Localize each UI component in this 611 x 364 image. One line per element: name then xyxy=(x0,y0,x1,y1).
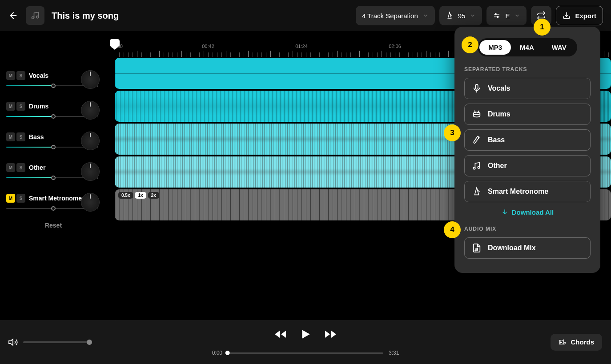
back-button[interactable] xyxy=(8,10,19,21)
format-option-wav[interactable]: WAV xyxy=(543,40,575,55)
chords-label: Chords xyxy=(571,338,595,346)
button-label: Smart Metronome xyxy=(488,188,548,196)
mute-button[interactable]: M xyxy=(6,194,15,203)
track-row-drums: M S Drums L R xyxy=(6,102,100,118)
audio-mix-label: AUDIO MIX xyxy=(464,226,591,232)
svg-point-1 xyxy=(32,17,34,19)
forward-button[interactable] xyxy=(324,329,337,340)
mute-button[interactable]: M xyxy=(6,132,15,141)
svg-point-15 xyxy=(473,167,475,169)
microphone-icon xyxy=(472,84,482,93)
tempo-value: 95 xyxy=(458,12,466,20)
svg-marker-22 xyxy=(275,331,280,338)
svg-marker-25 xyxy=(325,331,330,338)
download-bass-button[interactable]: Bass xyxy=(464,129,591,151)
tracks-sidebar: M S Vocals L R M S Drums L R xyxy=(0,31,107,320)
speed-option[interactable]: 0.5x xyxy=(118,192,133,199)
track-row-metronome: M S Smart Metronome L R xyxy=(6,194,100,210)
play-button[interactable] xyxy=(300,328,311,340)
page-title: This is my song xyxy=(52,11,349,21)
mute-button[interactable]: M xyxy=(6,163,15,172)
pan-knob[interactable] xyxy=(81,70,100,89)
fast-forward-icon xyxy=(324,329,337,340)
drums-icon xyxy=(472,109,482,119)
callout-badge-2: 2 xyxy=(462,36,478,53)
song-icon xyxy=(26,6,44,25)
volume-slider[interactable] xyxy=(6,116,84,117)
solo-button[interactable]: S xyxy=(16,102,25,111)
music-note-icon xyxy=(31,11,40,20)
svg-point-11 xyxy=(474,112,480,114)
download-other-button[interactable]: Other xyxy=(464,155,591,176)
track-row-other: M S Other L R xyxy=(6,163,100,180)
key-dropdown[interactable]: E xyxy=(486,6,527,25)
speed-selector: 0.5x 1x 2x xyxy=(118,192,159,199)
sliders-icon xyxy=(493,12,501,20)
solo-button[interactable]: S xyxy=(16,163,25,172)
volume-slider[interactable] xyxy=(6,177,84,178)
speaker-icon[interactable] xyxy=(8,337,19,348)
pan-knob[interactable] xyxy=(81,162,100,181)
ruler-label: 00:42 xyxy=(202,44,214,49)
rewind-button[interactable] xyxy=(274,329,287,340)
format-selector: MP3 M4A WAV xyxy=(478,38,577,56)
bass-icon xyxy=(472,135,482,145)
download-all-label: Download All xyxy=(512,208,554,216)
chords-button[interactable]: E♭ Chords xyxy=(551,334,602,351)
svg-point-6 xyxy=(495,14,497,15)
button-label: Other xyxy=(488,162,507,170)
export-panel: MP3 M4A WAV SEPARATED TRACKS Vocals Drum… xyxy=(454,27,600,273)
download-metronome-button[interactable]: Smart Metronome xyxy=(464,181,591,202)
mute-button[interactable]: M xyxy=(6,71,15,80)
pan-knob[interactable] xyxy=(81,101,100,120)
metronome-icon xyxy=(472,187,482,196)
export-button[interactable]: Export xyxy=(556,6,603,25)
separation-mode-label: 4 Track Separation xyxy=(362,12,418,20)
volume-slider[interactable] xyxy=(6,147,84,148)
callout-badge-1: 1 xyxy=(534,19,551,36)
solo-button[interactable]: S xyxy=(16,132,25,141)
svg-point-20 xyxy=(477,249,478,250)
download-mix-button[interactable]: Download Mix xyxy=(464,237,591,259)
speed-option[interactable]: 1x xyxy=(135,192,146,199)
track-row-vocals: M S Vocals L R xyxy=(6,71,100,88)
ruler-label: 01:24 xyxy=(295,44,308,49)
button-label: Drums xyxy=(488,110,511,118)
download-all-button[interactable]: Download All xyxy=(464,208,591,216)
chords-key: E♭ xyxy=(559,338,566,346)
separation-mode-dropdown[interactable]: 4 Track Separation xyxy=(356,6,435,25)
pan-knob[interactable] xyxy=(81,193,100,212)
volume-slider[interactable] xyxy=(6,85,84,86)
download-vocals-button[interactable]: Vocals xyxy=(464,78,591,99)
svg-point-19 xyxy=(475,250,476,251)
pan-knob[interactable] xyxy=(81,132,100,150)
file-audio-icon xyxy=(472,243,482,253)
svg-marker-26 xyxy=(331,331,336,338)
key-value: E xyxy=(505,12,510,20)
button-label: Bass xyxy=(488,136,505,144)
mute-button[interactable]: M xyxy=(6,102,15,111)
download-icon xyxy=(563,12,571,20)
master-volume-slider[interactable] xyxy=(23,341,90,343)
volume-slider[interactable] xyxy=(6,208,84,209)
button-label: Vocals xyxy=(488,84,510,92)
tempo-dropdown[interactable]: 95 xyxy=(439,6,482,25)
speed-option[interactable]: 2x xyxy=(148,192,159,199)
progress-slider[interactable] xyxy=(228,352,383,354)
metronome-icon xyxy=(446,12,454,20)
master-volume xyxy=(8,337,90,348)
time-current: 0:00 xyxy=(212,350,222,356)
solo-button[interactable]: S xyxy=(16,71,25,80)
svg-point-7 xyxy=(497,16,498,18)
reset-button[interactable]: Reset xyxy=(6,222,100,229)
format-option-mp3[interactable]: MP3 xyxy=(479,40,511,55)
time-total: 3:31 xyxy=(389,350,399,356)
download-drums-button[interactable]: Drums xyxy=(464,104,591,125)
solo-button[interactable]: S xyxy=(16,194,25,203)
format-option-m4a[interactable]: M4A xyxy=(511,40,543,55)
svg-marker-23 xyxy=(281,331,286,338)
download-icon xyxy=(501,209,508,216)
callout-badge-3: 3 xyxy=(444,124,461,141)
svg-marker-24 xyxy=(302,330,310,339)
chevron-down-icon xyxy=(470,12,476,19)
